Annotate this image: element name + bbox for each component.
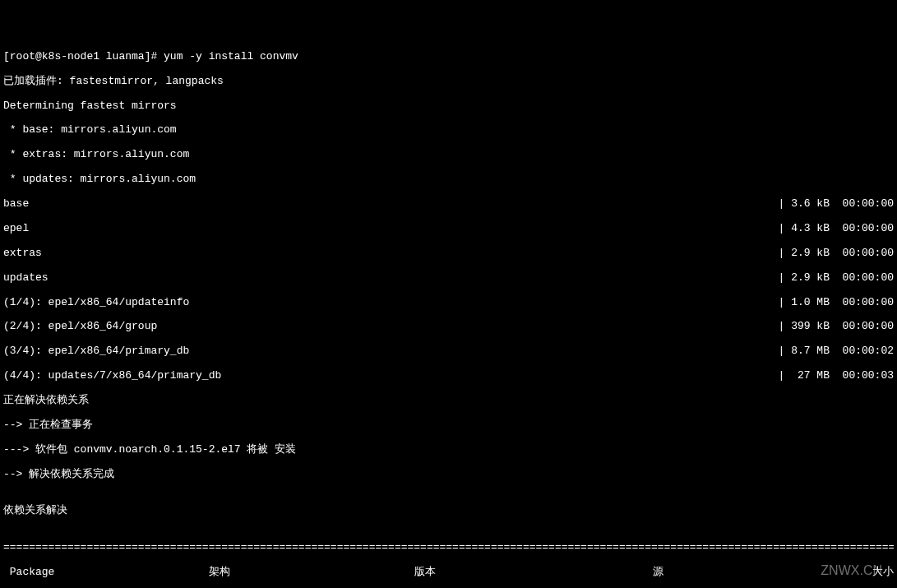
output-line: --> 解决依赖关系完成	[3, 469, 894, 481]
download-name: (4/4): updates/7/x86_64/primary_db	[3, 370, 221, 382]
output-line: --> 正在检查事务	[3, 419, 894, 432]
col-arch: 架构	[209, 567, 414, 579]
output-line: 正在解决依赖关系	[3, 395, 894, 407]
repo-name: base	[3, 198, 29, 211]
output-line: 已加载插件: fastestmirror, langpacks	[3, 76, 894, 88]
output-line: 依赖关系解决	[3, 505, 894, 517]
download-name: (3/4): epel/x86_64/primary_db	[3, 345, 189, 358]
output-line: Determining fastest mirrors	[3, 100, 894, 113]
download-stat: | 27 MB 00:00:03	[779, 370, 894, 382]
separator-line: ========================================…	[3, 542, 894, 554]
repo-line: base| 3.6 kB 00:00:00	[3, 198, 894, 211]
repo-line: updates| 2.9 kB 00:00:00	[3, 272, 894, 285]
download-name: (1/4): epel/x86_64/updateinfo	[3, 297, 189, 309]
download-name: (2/4): epel/x86_64/group	[3, 321, 157, 333]
repo-stat: | 2.9 kB 00:00:00	[779, 248, 894, 260]
repo-stat: | 4.3 kB 00:00:00	[779, 223, 894, 235]
repo-stat: | 3.6 kB 00:00:00	[779, 198, 894, 211]
repo-name: epel	[3, 223, 29, 235]
table-header: Package架构版本源大小	[3, 567, 894, 579]
col-repo: 源	[653, 567, 817, 579]
shell-prompt: [root@k8s-node1 luanma]#	[3, 50, 164, 63]
download-stat: | 1.0 MB 00:00:00	[779, 297, 894, 309]
download-line: (4/4): updates/7/x86_64/primary_db| 27 M…	[3, 370, 894, 382]
output-line: * extras: mirrors.aliyun.com	[3, 149, 894, 161]
repo-name: updates	[3, 272, 49, 285]
repo-line: extras| 2.9 kB 00:00:00	[3, 248, 894, 260]
download-line: (1/4): epel/x86_64/updateinfo| 1.0 MB 00…	[3, 297, 894, 309]
download-line: (2/4): epel/x86_64/group| 399 kB 00:00:0…	[3, 321, 894, 333]
col-version: 版本	[414, 567, 653, 579]
watermark: ZNWX.CN	[821, 563, 882, 578]
output-line: * base: mirrors.aliyun.com	[3, 124, 894, 137]
col-package: Package	[3, 567, 209, 579]
command-text: yum -y install convmv	[164, 50, 298, 63]
repo-line: epel| 4.3 kB 00:00:00	[3, 223, 894, 235]
repo-name: extras	[3, 248, 42, 260]
repo-stat: | 2.9 kB 00:00:00	[779, 272, 894, 285]
output-line: * updates: mirrors.aliyun.com	[3, 174, 894, 186]
terminal-line-command[interactable]: [root@k8s-node1 luanma]# yum -y install …	[3, 51, 894, 63]
output-line: ---> 软件包 convmv.noarch.0.1.15-2.el7 将被 安…	[3, 444, 894, 456]
download-line: (3/4): epel/x86_64/primary_db| 8.7 MB 00…	[3, 345, 894, 358]
download-stat: | 399 kB 00:00:00	[779, 321, 894, 333]
download-stat: | 8.7 MB 00:00:02	[779, 345, 894, 358]
